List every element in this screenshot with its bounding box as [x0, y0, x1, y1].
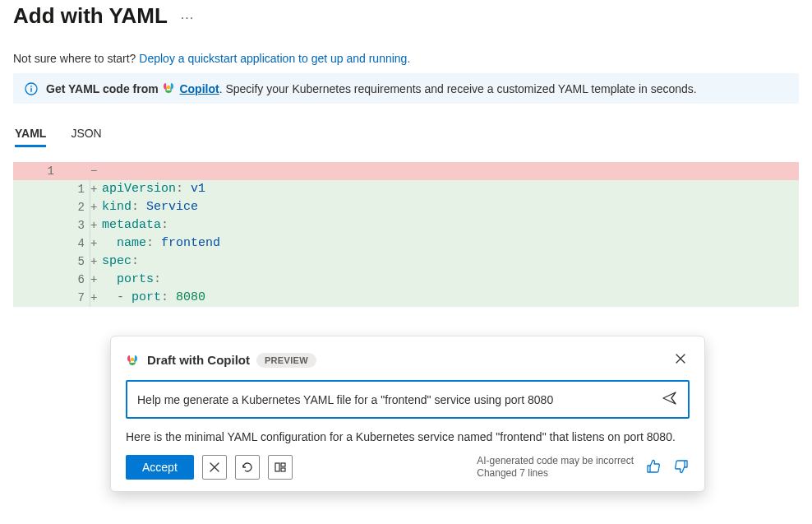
copilot-panel-title: Draft with Copilot [147, 353, 250, 367]
gutter-new-lineno: 7 [62, 289, 90, 307]
gutter-new-lineno: 6 [62, 271, 90, 289]
prompt-text: Help me generate a Kubernetes YAML file … [137, 393, 653, 406]
prompt-input[interactable]: Help me generate a Kubernetes YAML file … [126, 380, 690, 419]
start-hint-text: Not sure where to start? [13, 52, 139, 65]
disclaimer-line1: AI-generated code may be incorrect [477, 455, 634, 467]
disclaimer-line2: Changed 7 lines [477, 467, 634, 480]
close-button[interactable] [671, 350, 690, 370]
gutter-old-lineno: 1 [13, 162, 62, 180]
diff-marker: + [90, 180, 102, 198]
discard-button[interactable] [202, 455, 227, 480]
gutter-new-lineno: 5 [62, 253, 90, 271]
diff-marker: + [90, 198, 102, 216]
code-content: ports: [102, 271, 799, 289]
banner-text: Get YAML code from Copilot. Specify your… [46, 81, 697, 95]
svg-rect-7 [281, 468, 285, 471]
diff-marker: − [90, 162, 102, 180]
diff-marker: + [90, 234, 102, 253]
diff-marker: + [90, 289, 102, 307]
footer-info: AI-generated code may be incorrect Chang… [477, 455, 690, 480]
svg-point-4 [131, 357, 134, 360]
gutter-old-lineno [13, 198, 62, 216]
editor-line-added: 7+ - port: 8080 [13, 289, 799, 307]
diff-marker: + [90, 216, 102, 234]
banner-suffix: . Specify your Kubernetes requirements a… [219, 82, 697, 95]
gutter-new-lineno: 1 [62, 180, 90, 198]
gutter-new-lineno: 3 [62, 216, 90, 234]
code-content: apiVersion: v1 [102, 180, 799, 198]
ai-disclaimer: AI-generated code may be incorrect Chang… [477, 455, 634, 480]
code-content: metadata: [102, 216, 799, 234]
editor-line-added: 2+kind: Service [13, 198, 799, 216]
page-title: Add with YAML [13, 3, 168, 29]
diff-marker: + [90, 253, 102, 271]
banner-prefix: Get YAML code from [46, 82, 162, 95]
format-tabs: YAML JSON [13, 122, 799, 147]
copilot-panel-footer: Accept AI-generated code may be incorrec… [126, 455, 690, 480]
regenerate-button[interactable] [235, 455, 260, 480]
thumbs-up-button[interactable] [645, 458, 662, 477]
editor-line-removed: 1 − [13, 162, 799, 180]
page-header: Add with YAML ··· [13, 3, 799, 29]
gutter-new-lineno: 4 [62, 234, 90, 253]
gutter-new-lineno: 2 [62, 198, 90, 216]
code-content [102, 162, 799, 180]
more-actions-button[interactable]: ··· [181, 8, 194, 25]
copilot-banner: Get YAML code from Copilot. Specify your… [13, 73, 799, 104]
info-icon [25, 82, 38, 95]
gutter-old-lineno [13, 216, 62, 234]
svg-point-1 [30, 85, 32, 86]
gutter-old-lineno [13, 180, 62, 198]
code-editor[interactable]: 1 − 1+apiVersion: v12+kind: Service3+met… [13, 162, 799, 307]
svg-rect-2 [30, 87, 31, 91]
gutter-old-lineno [13, 253, 62, 271]
copilot-response: Here is the minimal YAML configuration f… [126, 429, 690, 445]
gutter-old-lineno [13, 271, 62, 289]
tab-yaml[interactable]: YAML [15, 122, 46, 147]
gutter-old-lineno [13, 234, 62, 253]
copilot-icon [162, 81, 175, 95]
copilot-link[interactable]: Copilot [179, 82, 219, 95]
preview-badge: PREVIEW [256, 353, 316, 368]
svg-point-3 [166, 86, 169, 89]
copilot-panel: Draft with Copilot PREVIEW Help me gener… [110, 336, 705, 492]
code-content: kind: Service [102, 198, 799, 216]
svg-rect-6 [281, 463, 285, 466]
accept-button[interactable]: Accept [126, 455, 194, 480]
gutter-new-lineno [62, 162, 90, 180]
start-hint: Not sure where to start? Deploy a quicks… [13, 52, 799, 65]
code-content: spec: [102, 253, 799, 271]
diff-marker: + [90, 271, 102, 289]
editor-line-added: 4+ name: frontend [13, 234, 799, 253]
deploy-quickstart-link[interactable]: Deploy a quickstart application to get u… [139, 52, 410, 65]
editor-line-added: 5+spec: [13, 253, 799, 271]
send-button[interactable] [660, 388, 680, 410]
copilot-panel-header: Draft with Copilot PREVIEW [126, 350, 690, 370]
tab-json[interactable]: JSON [71, 122, 101, 147]
editor-line-added: 6+ ports: [13, 271, 799, 289]
gutter-old-lineno [13, 289, 62, 307]
code-content: - port: 8080 [102, 289, 799, 307]
copilot-icon [126, 354, 139, 367]
code-content: name: frontend [102, 234, 799, 253]
view-diff-button[interactable] [268, 455, 293, 480]
editor-line-added: 1+apiVersion: v1 [13, 180, 799, 198]
thumbs-down-button[interactable] [673, 458, 690, 477]
editor-line-added: 3+metadata: [13, 216, 799, 234]
svg-rect-5 [275, 463, 279, 471]
